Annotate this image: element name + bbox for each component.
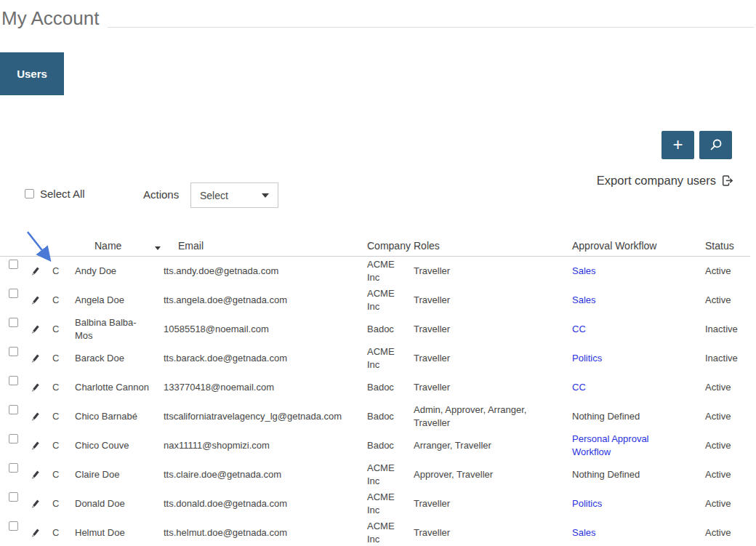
row-initial: C — [52, 410, 73, 423]
workflow-link-cell: Politics — [572, 497, 705, 510]
workflow-link-cell: Sales — [572, 526, 705, 539]
approval-workflow-link[interactable]: Politics — [572, 497, 635, 510]
edit-pencil-icon[interactable] — [29, 440, 41, 451]
row-checkbox[interactable] — [9, 289, 18, 298]
user-name: Claire Doe — [73, 468, 164, 481]
row-edit-cell — [28, 294, 52, 306]
row-checkbox[interactable] — [9, 318, 18, 327]
column-header-approval-workflow[interactable]: Approval Workflow — [572, 240, 705, 256]
user-company: Badoc — [367, 323, 414, 336]
row-initial-text: C — [52, 526, 66, 539]
user-company: ACME Inc — [367, 345, 414, 371]
user-roles-text: Traveller — [414, 497, 457, 510]
user-status: Active — [705, 526, 750, 539]
row-checkbox[interactable] — [9, 347, 18, 356]
column-header-company[interactable]: Company — [367, 240, 414, 256]
users-table: Name Email Company Roles Approval Workfl… — [0, 236, 750, 546]
user-name: Charlotte Cannon — [73, 381, 164, 394]
page-title: My Account — [1, 7, 99, 30]
row-checkbox[interactable] — [9, 463, 18, 473]
approval-workflow-link[interactable]: Sales — [572, 294, 629, 307]
user-name: Andy Doe — [73, 265, 164, 278]
export-company-users-label: Export company users — [597, 174, 716, 188]
approval-workflow-link[interactable]: Sales — [572, 265, 629, 278]
approval-workflow-link[interactable]: Personal Approval Workflow — [572, 433, 705, 458]
row-checkbox[interactable] — [9, 376, 18, 385]
row-checkbox[interactable] — [9, 405, 18, 414]
row-checkbox[interactable] — [9, 260, 18, 269]
approval-workflow-link[interactable]: Politics — [572, 352, 635, 365]
edit-pencil-icon[interactable] — [29, 353, 41, 364]
column-header-name[interactable]: Name — [73, 240, 164, 256]
edit-pencil-icon[interactable] — [29, 294, 41, 306]
actions-label: Actions — [143, 188, 179, 201]
edit-pencil-icon[interactable] — [29, 498, 41, 510]
column-header-email[interactable]: Email — [164, 240, 367, 256]
user-roles: Traveller — [414, 323, 572, 336]
add-user-button[interactable]: + — [662, 131, 694, 159]
select-all-checkbox[interactable] — [25, 189, 34, 198]
user-company-text: ACME Inc — [367, 520, 414, 545]
table-body: CAndy Doetts.andy.doe@getnada.comACME In… — [0, 257, 750, 546]
user-email-text: tts.andy.doe@getnada.com — [164, 265, 286, 278]
user-roles: Admin, Approver, Arranger, Traveller — [414, 404, 572, 429]
user-name: Donald Doe — [73, 497, 164, 510]
user-email-text: 133770418@noemail.com — [164, 381, 281, 394]
workflow-text-cell: Nothing Defined — [572, 468, 705, 481]
user-status-text: Inactive — [705, 323, 745, 336]
user-status-text: Active — [705, 497, 738, 510]
row-initial-text: C — [52, 294, 66, 307]
row-checkbox-cell — [6, 489, 28, 502]
row-initial: C — [52, 497, 73, 510]
row-checkbox-cell — [6, 518, 28, 531]
toolbar: + — [662, 131, 732, 159]
user-roles: Traveller — [414, 497, 572, 510]
user-status: Inactive — [705, 352, 750, 365]
edit-pencil-icon[interactable] — [29, 469, 41, 481]
user-name-text: Angela Doe — [73, 294, 134, 307]
table-row: CHelmut Doetts.helmut.doe@getnada.comACM… — [0, 518, 750, 546]
edit-pencil-icon[interactable] — [29, 411, 41, 422]
row-checkbox[interactable] — [9, 434, 18, 443]
row-edit-cell — [28, 265, 52, 277]
user-name: Chico Couve — [73, 439, 164, 452]
title-divider — [108, 27, 754, 28]
row-initial: C — [52, 265, 73, 278]
row-checkbox[interactable] — [9, 492, 18, 502]
user-name-text: Chico Barnabé — [73, 410, 148, 423]
user-name-text: Andy Doe — [73, 265, 126, 278]
user-email: 10585518@noemail.com — [164, 323, 367, 336]
edit-pencil-icon[interactable] — [29, 382, 41, 393]
approval-workflow-link[interactable]: Sales — [572, 526, 629, 539]
user-status: Active — [705, 294, 750, 307]
user-roles: Traveller — [414, 294, 572, 307]
user-company-text: Badoc — [367, 410, 404, 423]
user-name: Barack Doe — [73, 352, 164, 365]
approval-workflow-link[interactable]: CC — [572, 323, 619, 336]
approval-workflow-link[interactable]: CC — [572, 381, 619, 394]
user-roles: Traveller — [414, 381, 572, 394]
edit-pencil-icon[interactable] — [29, 324, 41, 335]
row-edit-cell — [28, 469, 52, 481]
user-roles-text: Admin, Approver, Arranger, Traveller — [414, 404, 572, 429]
header-edit-spacer — [28, 252, 52, 256]
row-checkbox[interactable] — [9, 521, 18, 531]
table-row: CChico Barnabéttscaliforniatravelagency_… — [0, 402, 750, 431]
row-initial: C — [52, 439, 73, 452]
search-button[interactable] — [699, 131, 732, 159]
tab-users[interactable]: Users — [0, 52, 64, 95]
user-email-text: ttscaliforniatravelagency_lg@getnada.com — [164, 410, 349, 423]
user-email: ttscaliforniatravelagency_lg@getnada.com — [164, 410, 367, 423]
column-header-status[interactable]: Status — [705, 240, 750, 256]
user-company-text: ACME Inc — [367, 491, 414, 516]
user-company: Badoc — [367, 439, 414, 452]
edit-pencil-icon[interactable] — [29, 265, 41, 277]
export-company-users-link[interactable]: Export company users — [597, 174, 734, 188]
edit-pencil-icon[interactable] — [29, 527, 41, 539]
sort-desc-icon[interactable] — [155, 246, 161, 250]
user-name: Chico Barnabé — [73, 410, 164, 423]
actions-select-dropdown[interactable]: Select — [190, 182, 278, 208]
workflow-link-cell: Personal Approval Workflow — [572, 433, 705, 458]
column-header-roles[interactable]: Roles — [414, 240, 572, 256]
page: My Account Users + Export company users … — [0, 0, 756, 546]
